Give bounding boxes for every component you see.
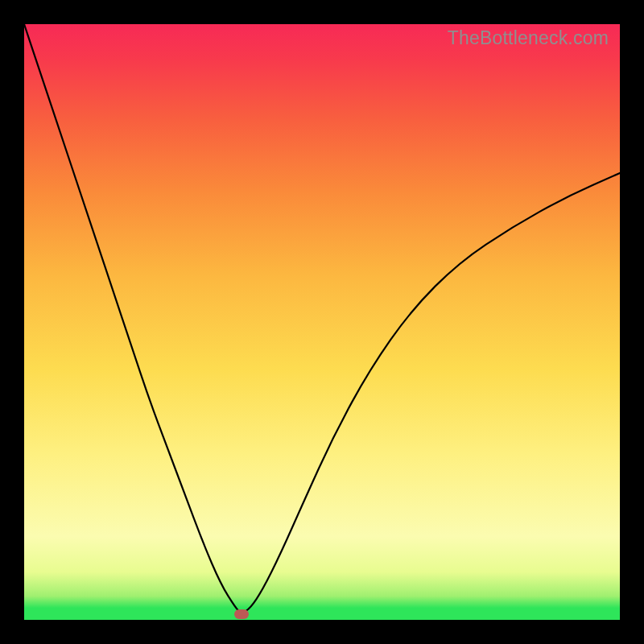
chart-frame: TheBottleneck.com xyxy=(0,0,644,644)
bottleneck-curve xyxy=(24,24,620,613)
plot-area: TheBottleneck.com xyxy=(24,24,620,620)
curve-svg xyxy=(24,24,620,620)
optimal-point-marker xyxy=(234,609,249,619)
